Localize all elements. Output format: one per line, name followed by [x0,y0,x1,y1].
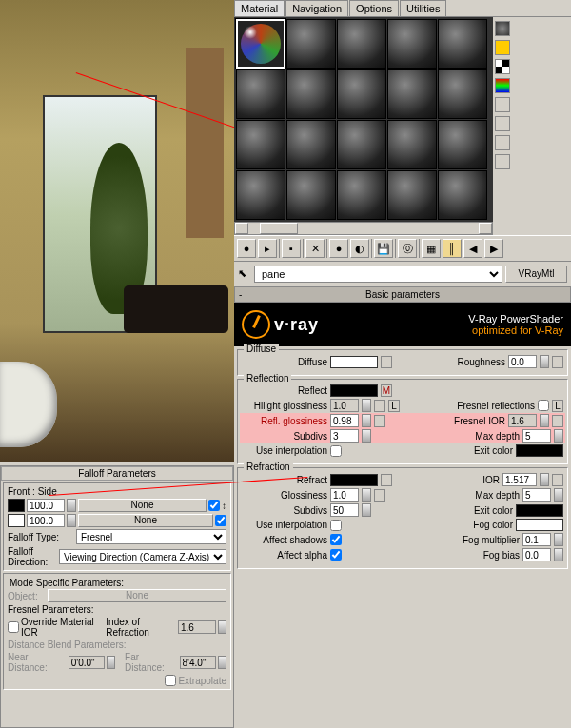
hilight-lock[interactable]: L [388,400,400,412]
reflect-map[interactable]: M [381,384,392,397]
material-slot[interactable] [337,120,386,169]
sample-uv-icon[interactable] [495,78,510,93]
spinner[interactable] [554,429,563,443]
spinner[interactable] [554,488,563,502]
fresnel-check[interactable] [538,400,549,411]
spinner[interactable] [540,473,549,486]
spinner[interactable] [67,499,76,512]
material-slot[interactable] [236,170,286,220]
swap-icon[interactable]: ↕ [222,501,226,511]
put-library-icon[interactable]: 💾 [374,239,393,258]
roughness-input[interactable] [508,355,537,368]
material-slot[interactable] [438,19,487,69]
falloff-type-select[interactable]: Fresnel [76,529,226,544]
spinner[interactable] [362,399,371,412]
refl-maxdepth-input[interactable] [522,429,551,443]
material-slot[interactable] [438,170,487,220]
refr-subdivs-input[interactable] [330,503,359,517]
material-slot[interactable] [286,69,336,119]
fresnel-lock[interactable]: L [552,400,563,412]
tab-navigation[interactable]: Navigation [286,0,348,16]
spinner[interactable] [554,548,563,561]
ior-input[interactable] [502,473,537,486]
make-copy-icon[interactable]: ● [329,239,348,258]
material-slot-1[interactable] [236,19,286,69]
spinner[interactable] [362,429,371,443]
color-1-swatch[interactable] [8,499,25,512]
spinner[interactable] [540,414,549,427]
hilight-map[interactable] [374,400,385,412]
spinner[interactable] [67,514,76,527]
select-by-material-icon[interactable] [495,154,510,169]
show-result-icon[interactable]: ║ [443,239,462,258]
slots-scrollbar[interactable] [234,222,493,235]
refr-gloss-input[interactable] [330,488,359,502]
ior-map[interactable] [552,474,563,486]
falloff-dir-select[interactable]: Viewing Direction (Camera Z-Axis) [59,549,226,564]
material-slot[interactable] [337,19,386,69]
refr-gloss-map[interactable] [374,489,385,502]
assign-icon[interactable]: ▪ [282,239,301,258]
background-icon[interactable] [495,59,510,74]
material-name-input[interactable]: pane [254,266,502,283]
material-slot[interactable] [286,170,336,220]
effects-icon[interactable]: ⓪ [398,239,417,258]
material-slot[interactable] [236,69,286,119]
spinner[interactable] [107,656,115,669]
refr-interp-check[interactable] [330,520,342,531]
options-icon[interactable] [495,135,510,150]
spinner[interactable] [218,656,226,669]
fog-color[interactable] [516,519,563,531]
amount-2-input[interactable] [27,514,65,527]
material-slot[interactable] [387,69,437,119]
roughness-map[interactable] [552,356,563,368]
material-slot[interactable] [438,69,487,119]
material-slot[interactable] [387,19,437,69]
go-forward-icon[interactable]: ▶ [484,239,503,258]
fog-mult-input[interactable] [522,533,551,546]
material-slot[interactable] [387,120,437,169]
falloff-title[interactable]: Falloff Parameters [1,466,233,481]
map-2-enable[interactable] [215,515,226,526]
refract-map[interactable] [381,474,392,486]
basic-params-header[interactable]: -Basic parameters [234,286,571,303]
make-preview-icon[interactable] [495,116,510,131]
tab-material[interactable]: Material [234,0,285,16]
map-2-button[interactable]: None [78,514,213,527]
tab-options[interactable]: Options [349,0,399,16]
sample-type-icon[interactable] [495,21,510,36]
spinner[interactable] [540,355,549,368]
color-2-swatch[interactable] [8,514,25,527]
material-slot[interactable] [337,170,386,220]
map-1-button[interactable]: None [78,499,207,512]
affect-alpha-check[interactable] [330,549,342,561]
material-slot[interactable] [337,69,386,119]
map-1-enable[interactable] [208,500,220,511]
refl-exit-color[interactable] [516,444,563,457]
refract-color[interactable] [330,474,378,486]
tab-utilities[interactable]: Utilities [400,0,446,16]
video-check-icon[interactable] [495,97,510,112]
fresnel-ior-map[interactable] [552,415,563,427]
put-to-scene-icon[interactable]: ▸ [258,239,277,258]
affect-shadows-check[interactable] [330,534,342,545]
spinner[interactable] [362,414,371,427]
material-slot[interactable] [286,19,336,69]
material-type-button[interactable]: VRayMtl [505,266,567,283]
spinner[interactable] [362,503,371,517]
refl-subdivs-input[interactable] [330,429,359,443]
backlight-icon[interactable] [495,40,510,55]
diffuse-color[interactable] [330,356,378,368]
get-material-icon[interactable]: ● [237,239,256,258]
refl-gloss-input[interactable] [330,414,359,427]
override-ior-check[interactable] [8,621,19,633]
fog-bias-input[interactable] [522,548,551,561]
reflect-color[interactable] [330,384,378,397]
refl-gloss-map[interactable] [374,415,385,427]
spinner[interactable] [554,533,563,546]
material-slot[interactable] [236,120,286,169]
pick-icon[interactable]: ⬉ [238,267,251,281]
diffuse-map[interactable] [381,356,392,368]
go-parent-icon[interactable]: ◀ [463,239,482,258]
reset-icon[interactable]: ✕ [305,239,325,258]
